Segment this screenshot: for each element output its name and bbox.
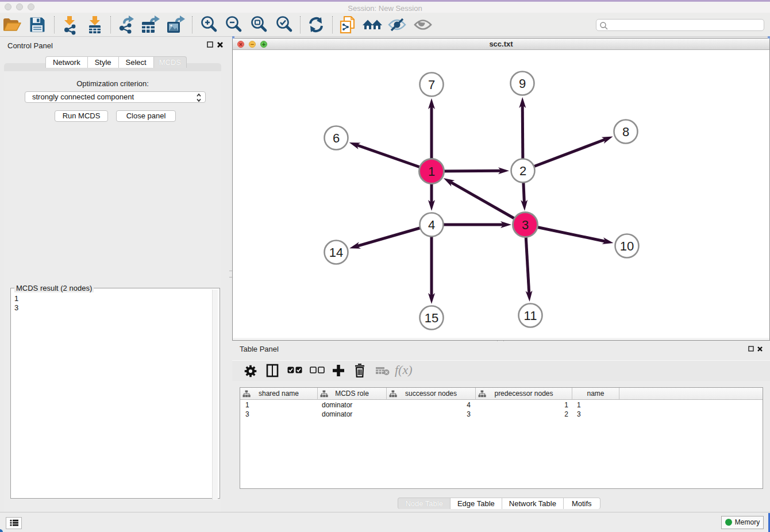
svg-text:9: 9 (519, 76, 526, 91)
svg-text:4: 4 (428, 218, 435, 232)
svg-text:6: 6 (333, 131, 340, 145)
svg-text:11: 11 (524, 309, 537, 323)
svg-text:8: 8 (622, 125, 629, 139)
svg-text:7: 7 (428, 78, 435, 92)
svg-text:3: 3 (522, 218, 529, 232)
svg-text:15: 15 (425, 311, 438, 325)
svg-text:2: 2 (519, 164, 526, 178)
svg-text:1: 1 (428, 164, 435, 179)
svg-text:10: 10 (620, 239, 634, 253)
svg-text:14: 14 (329, 245, 343, 260)
